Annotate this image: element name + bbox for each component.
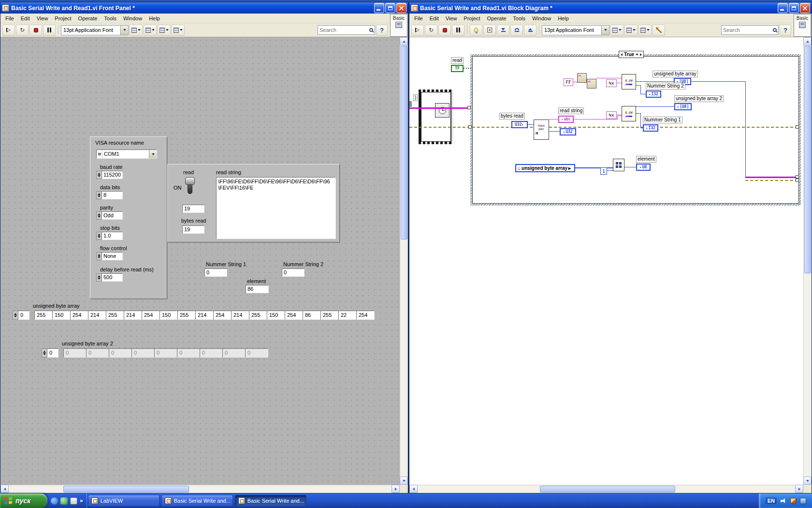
menu-help[interactable]: Help — [554, 14, 572, 23]
menu-file[interactable]: File — [2, 14, 17, 23]
menu-operate[interactable]: Operate — [75, 14, 101, 23]
menu-view[interactable]: View — [33, 14, 52, 23]
search-input[interactable] — [723, 27, 771, 33]
font-dropdown-button[interactable] — [120, 26, 128, 35]
error-wire[interactable] — [745, 180, 798, 181]
visa-resource-combo[interactable]: COM1 — [96, 149, 157, 159]
menu-edit[interactable]: Edit — [17, 14, 33, 23]
numeric-wire[interactable] — [624, 167, 636, 167]
index-constant[interactable]: 1 — [600, 167, 607, 175]
parity-spinner[interactable] — [96, 211, 102, 220]
baud-rate-spinner[interactable] — [96, 171, 102, 179]
distribute-objects-button[interactable] — [624, 25, 638, 36]
case-selector[interactable]: True — [619, 51, 644, 58]
menu-tools[interactable]: Tools — [509, 14, 529, 23]
numeric-wire[interactable] — [640, 113, 641, 128]
maximize-button[interactable] — [789, 3, 799, 13]
byte-array-2-index-value[interactable]: 0 — [47, 348, 58, 358]
vertical-scrollbar[interactable] — [400, 37, 408, 485]
scroll-up-button[interactable] — [400, 37, 408, 45]
scan-from-string-node[interactable]: 0.0# — [622, 74, 636, 90]
nummer-string-1-i32-terminal[interactable]: ▸I32 — [643, 124, 658, 132]
numeric-wire[interactable] — [640, 85, 641, 94]
taskbar-item-block-diagram[interactable]: Basic Serial Write and... — [235, 495, 306, 507]
ff-string-constant[interactable]: FF — [564, 78, 573, 86]
element-terminal-label[interactable]: element — [636, 156, 656, 163]
align-objects-button[interactable] — [130, 25, 143, 36]
scroll-left-button[interactable] — [409, 485, 418, 493]
show-desktop-icon[interactable] — [70, 497, 77, 505]
data-bits-control[interactable]: 8 — [96, 191, 123, 199]
front-panel-canvas[interactable]: VISA resource name COM1 baud rate 115200… — [0, 37, 400, 485]
toggle-knob[interactable] — [185, 177, 195, 185]
front-panel-titlebar[interactable]: Basic Serial Write and Read1.vi Front Pa… — [0, 2, 408, 14]
menu-tools[interactable]: Tools — [101, 14, 120, 23]
media-player-icon[interactable] — [60, 497, 68, 505]
cleanup-diagram-button[interactable] — [652, 25, 665, 36]
scan-from-string-node[interactable]: 0.0# — [622, 106, 636, 121]
byte-array-2-index-control[interactable]: 0 — [42, 348, 58, 358]
close-button[interactable] — [800, 3, 810, 13]
nummer-string-2-i32-terminal[interactable]: ▸I32 — [646, 90, 661, 98]
byte-array-index-control[interactable]: 0 — [13, 311, 29, 320]
next-case-icon[interactable] — [640, 53, 642, 56]
error-wire[interactable] — [409, 127, 798, 128]
close-button[interactable] — [396, 3, 406, 13]
menu-project[interactable]: Project — [51, 14, 74, 23]
baud-rate-control[interactable]: 115200 — [96, 171, 123, 179]
font-dropdown-button[interactable] — [601, 26, 609, 35]
string-function-icon[interactable]: ab — [577, 73, 587, 83]
data-bits-value[interactable]: 8 — [102, 191, 123, 199]
stop-bits-value[interactable]: 1.0 — [102, 232, 123, 240]
string-wire[interactable] — [617, 83, 622, 83]
menu-project[interactable]: Project — [460, 14, 483, 23]
abort-button[interactable] — [29, 25, 42, 36]
numeric-wire[interactable] — [640, 94, 646, 94]
byte-array-index-spinner[interactable] — [13, 311, 18, 320]
numeric-wire[interactable] — [636, 106, 674, 107]
index-array-node[interactable] — [613, 159, 624, 171]
menu-help[interactable]: Help — [145, 14, 163, 23]
previous-case-icon[interactable] — [621, 53, 623, 56]
abort-button[interactable] — [438, 25, 451, 36]
menu-operate[interactable]: Operate — [484, 14, 510, 23]
numeric-wire[interactable] — [528, 124, 534, 125]
string-wire[interactable] — [549, 119, 558, 120]
menu-window[interactable]: Window — [120, 14, 145, 23]
horizontal-scrollbar[interactable] — [0, 485, 400, 493]
string-wire[interactable] — [409, 107, 468, 109]
scroll-up-button[interactable] — [803, 37, 812, 45]
run-button[interactable] — [2, 25, 15, 36]
stop-bits-spinner[interactable] — [96, 232, 102, 240]
security-icon[interactable] — [790, 498, 797, 504]
string-wire[interactable] — [596, 78, 622, 78]
numeric-wire[interactable] — [607, 170, 613, 171]
block-diagram-titlebar[interactable]: Basic Serial Write and Read1.vi Block Di… — [409, 2, 812, 14]
context-help-button[interactable]: ? — [376, 25, 388, 36]
format-string-constant[interactable]: %x — [606, 111, 617, 119]
nummer-string-2-terminal-label[interactable]: Nummer String 2 — [646, 83, 685, 90]
string-wire[interactable] — [573, 82, 577, 82]
visa-read-node[interactable]: VISA abc R — [534, 120, 549, 140]
flow-control-control[interactable]: None — [96, 252, 123, 260]
string-wire[interactable] — [617, 116, 618, 120]
parity-control[interactable]: Odd — [96, 211, 123, 220]
horizontal-scrollbar[interactable] — [409, 485, 803, 493]
array-wire[interactable] — [575, 167, 613, 168]
context-help-button[interactable]: ? — [780, 25, 791, 36]
delay-spinner[interactable] — [96, 273, 102, 282]
numeric-wire[interactable] — [745, 81, 746, 178]
parity-value[interactable]: Odd — [102, 211, 123, 220]
network-icon[interactable] — [800, 498, 806, 504]
bytes-read-u32-terminal[interactable]: U32▸ — [511, 121, 528, 128]
horizontal-scrollbar-thumb[interactable] — [63, 486, 189, 493]
overflow-chevron-icon[interactable]: » — [80, 497, 83, 504]
chevron-down-icon[interactable] — [636, 54, 638, 56]
minimize-button[interactable] — [778, 3, 788, 13]
baud-rate-value[interactable]: 115200 — [102, 171, 123, 179]
block-diagram-canvas[interactable]: ) read TF True — [409, 37, 803, 485]
byte-array-2-terminal-label[interactable]: unsigned byte array 2 — [674, 95, 724, 102]
pause-button[interactable] — [43, 25, 56, 36]
menu-edit[interactable]: Edit — [426, 14, 442, 23]
reorder-button[interactable] — [172, 25, 185, 36]
